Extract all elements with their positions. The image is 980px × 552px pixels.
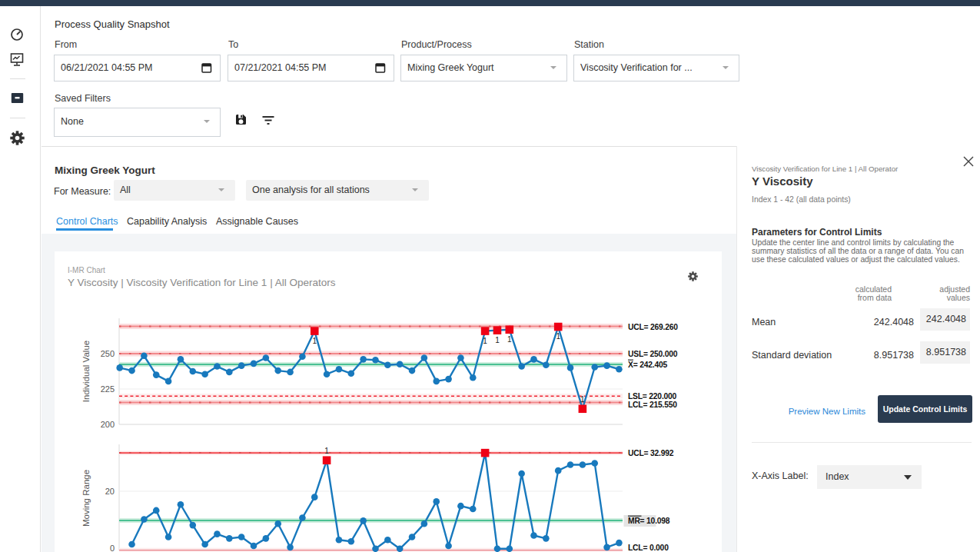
stddev-adjusted-input[interactable]: 8.951738	[920, 341, 970, 364]
archive-box-icon[interactable]	[11, 91, 24, 105]
sidebar-divider-2	[10, 118, 25, 118]
to-label: To	[228, 39, 238, 50]
saved-filters-label: Saved Filters	[55, 93, 111, 104]
mean-row-label: Mean	[752, 317, 776, 328]
analysis-select[interactable]: One analysis for all stations	[246, 180, 429, 201]
chevron-down-icon	[204, 120, 210, 123]
panel-subtitle: Viscosity Verification for Line 1 | All …	[752, 165, 898, 173]
station-label: Station	[574, 39, 604, 50]
chart-title: Y Viscosity | Viscosity Verification for…	[68, 277, 335, 288]
chart-settings-gear-icon[interactable]	[688, 271, 698, 281]
top-navbar	[0, 0, 980, 6]
stddev-calculated-value: 8.951738	[822, 350, 914, 361]
calendar-icon[interactable]	[375, 62, 386, 73]
saved-filters-value: None	[61, 108, 84, 135]
dashboard-gauge-icon[interactable]	[10, 28, 24, 42]
preview-new-limits-link[interactable]: Preview New Limits	[769, 407, 865, 416]
tab-control-charts[interactable]: Control Charts	[56, 216, 118, 227]
product-label: Product/Process	[401, 39, 472, 50]
sidebar-nav	[0, 6, 41, 552]
save-filter-icon[interactable]	[235, 114, 247, 125]
chevron-down-icon	[904, 475, 912, 480]
xaxis-label: X-Axis Label:	[752, 471, 809, 481]
from-datetime-input[interactable]: 06/21/2021 04:55 PM	[54, 55, 221, 81]
params-description: Update the center line and control limit…	[752, 239, 980, 264]
calendar-icon[interactable]	[201, 62, 212, 73]
mean-calculated-value: 242.4048	[822, 317, 914, 328]
active-tab-underline	[56, 228, 113, 231]
from-value: 06/21/2021 04:55 PM	[61, 55, 153, 81]
update-control-limits-button[interactable]: Update Control Limits	[878, 395, 972, 423]
mean-adjusted-input[interactable]: 242.4048	[920, 308, 970, 331]
to-value: 07/21/2021 04:55 PM	[234, 55, 327, 81]
chevron-down-icon	[218, 188, 224, 191]
monitor-chart-icon[interactable]	[10, 52, 24, 68]
page-title: Process Quality Snapshot	[55, 18, 170, 30]
tab-capability-analysis[interactable]: Capability Analysis	[127, 216, 207, 227]
sidebar-divider	[10, 78, 25, 79]
product-select[interactable]: Mixing Greek Yogurt	[400, 55, 567, 81]
for-measure-label: For Measure:	[54, 186, 111, 197]
panel-title: Y Viscosity	[752, 175, 813, 188]
measure-value: All	[120, 180, 131, 201]
tab-assignable-causes[interactable]: Assignable Causes	[216, 216, 298, 227]
from-label: From	[55, 39, 77, 50]
chevron-down-icon	[723, 66, 729, 69]
analysis-value: One analysis for all stations	[252, 180, 370, 201]
product-section-title: Mixing Greek Yogurt	[55, 165, 155, 176]
chart-type-label: I-MR Chart	[68, 266, 105, 274]
panel-section-divider	[752, 442, 972, 443]
filter-icon[interactable]	[262, 116, 274, 125]
station-value: Viscosity Verification for ...	[580, 55, 693, 81]
chart-card	[55, 251, 722, 552]
close-icon[interactable]	[963, 156, 974, 167]
to-datetime-input[interactable]: 07/21/2021 04:55 PM	[228, 55, 394, 81]
station-select[interactable]: Viscosity Verification for ...	[573, 55, 739, 81]
panel-index-range: Index 1 - 42 (all data points)	[752, 195, 851, 204]
stddev-row-label: Standard deviation	[752, 350, 832, 361]
params-heading: Parameters for Control Limits	[752, 227, 882, 238]
saved-filters-select[interactable]: None	[54, 108, 221, 137]
col-header-adjusted: adjustedvalues	[878, 285, 970, 302]
product-value: Mixing Greek Yogurt	[407, 55, 494, 81]
measure-select[interactable]: All	[114, 180, 235, 201]
chevron-down-icon	[550, 66, 556, 69]
chevron-down-icon	[412, 188, 418, 191]
xaxis-value: Index	[826, 465, 849, 489]
xaxis-select[interactable]: Index	[817, 465, 922, 489]
settings-gear-icon[interactable]	[10, 131, 25, 145]
